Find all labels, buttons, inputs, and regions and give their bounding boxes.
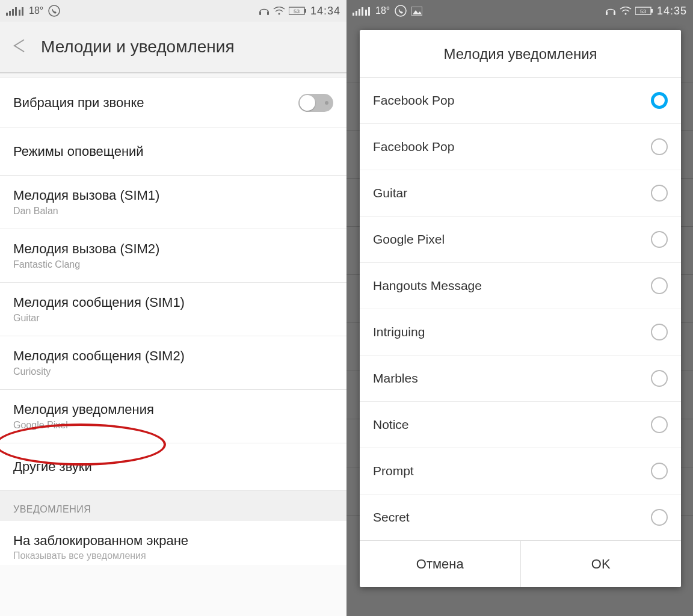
svg-rect-17: [365, 10, 367, 16]
option-notice[interactable]: Notice: [360, 402, 681, 448]
row-label: Другие звуки: [13, 459, 333, 475]
option-label: Hangouts Message: [373, 279, 482, 293]
svg-point-6: [49, 5, 60, 16]
row-sublabel: Google Pixel: [13, 420, 333, 431]
option-hangouts-message[interactable]: Hangouts Message: [360, 263, 681, 309]
temperature: 18°: [375, 5, 390, 16]
radio-icon: [651, 509, 668, 526]
row-label: Режимы оповещений: [13, 144, 333, 159]
battery-icon: 53: [635, 7, 653, 15]
cancel-button[interactable]: Отмена: [360, 541, 521, 587]
option-facebook-pop[interactable]: Facebook Pop: [360, 78, 681, 124]
svg-rect-5: [22, 7, 23, 16]
signal-icon: [353, 6, 371, 16]
row-alert-modes[interactable]: Режимы оповещений: [0, 128, 346, 176]
option-marbles[interactable]: Marbles: [360, 356, 681, 402]
option-google-pixel[interactable]: Google Pixel: [360, 217, 681, 263]
svg-rect-8: [267, 11, 269, 15]
status-bar: 18° 53 14:34: [0, 0, 346, 22]
clock: 14:34: [310, 5, 340, 17]
temperature: 18°: [29, 5, 43, 16]
option-label: Prompt: [373, 464, 414, 478]
clock: 14:35: [657, 5, 687, 17]
row-vibrate-on-call[interactable]: Вибрация при звонке: [0, 78, 346, 128]
option-label: Facebook Pop: [373, 140, 454, 154]
radio-icon: [651, 277, 668, 294]
row-message-sound-sim2[interactable]: Мелодия сообщения (SIM2) Curiosity: [0, 336, 346, 390]
svg-rect-0: [6, 13, 8, 16]
option-label: Notice: [373, 417, 409, 432]
row-sublabel: Guitar: [13, 313, 333, 324]
row-sublabel: Показывать все уведомления: [13, 550, 333, 561]
radio-icon: [651, 370, 668, 387]
viber-icon: [48, 5, 60, 17]
row-label: Мелодия сообщения (SIM1): [13, 295, 333, 310]
status-bar: 18° 53 14:35: [346, 0, 693, 22]
row-message-sound-sim1[interactable]: Мелодия сообщения (SIM1) Guitar: [0, 283, 346, 336]
option-prompt[interactable]: Prompt: [360, 448, 681, 494]
header: Мелодии и уведомления: [0, 22, 346, 73]
battery-icon: 53: [289, 7, 307, 15]
headphones-icon: [605, 6, 616, 16]
picture-icon: [411, 7, 422, 16]
option-secret[interactable]: Secret: [360, 494, 681, 540]
radio-icon: [651, 92, 668, 109]
signal-icon: [6, 6, 24, 16]
dialog-title: Мелодия уведомления: [360, 30, 681, 78]
row-lock-screen[interactable]: На заблокированном экране Показывать все…: [0, 521, 346, 565]
row-ringtone-sim2[interactable]: Мелодия вызова (SIM2) Fantastic Clang: [0, 229, 346, 283]
row-label: Мелодия вызова (SIM2): [13, 241, 333, 257]
radio-icon: [651, 185, 668, 202]
row-label: Мелодия вызова (SIM1): [13, 188, 333, 203]
svg-rect-22: [614, 11, 615, 15]
dialog-option-list[interactable]: Facebook Pop Facebook Pop Guitar Google …: [360, 78, 681, 540]
row-other-sounds[interactable]: Другие звуки: [0, 443, 346, 491]
toggle-switch[interactable]: [298, 94, 333, 112]
svg-text:53: 53: [294, 8, 300, 14]
option-label: Guitar: [373, 186, 407, 200]
svg-rect-21: [606, 11, 608, 15]
option-intriguing[interactable]: Intriguing: [360, 309, 681, 356]
row-label: Вибрация при звонке: [13, 95, 144, 111]
radio-icon: [651, 231, 668, 248]
option-label: Facebook Pop: [373, 93, 454, 108]
svg-text:53: 53: [640, 8, 646, 14]
option-guitar[interactable]: Guitar: [360, 170, 681, 217]
svg-rect-16: [362, 7, 363, 16]
option-label: Secret: [373, 510, 410, 525]
row-sublabel: Fantastic Clang: [13, 259, 333, 270]
option-facebook-pop-2[interactable]: Facebook Pop: [360, 124, 681, 170]
svg-rect-1: [9, 11, 11, 16]
ringtone-picker-dialog: Мелодия уведомления Facebook Pop Faceboo…: [360, 30, 681, 587]
ok-button[interactable]: OK: [521, 541, 682, 587]
row-ringtone-sim1[interactable]: Мелодия вызова (SIM1) Dan Balan: [0, 176, 346, 229]
svg-point-9: [278, 13, 280, 15]
back-arrow-icon[interactable]: [11, 37, 34, 57]
section-notifications: УВЕДОМЛЕНИЯ: [0, 491, 346, 521]
svg-rect-14: [356, 11, 357, 16]
row-notification-sound[interactable]: Мелодия уведомления Google Pixel: [0, 390, 346, 443]
row-label: Мелодия уведомления: [13, 402, 333, 417]
wifi-icon: [620, 7, 632, 15]
row-label: Мелодия сообщения (SIM2): [13, 348, 333, 364]
page-title: Мелодии и уведомления: [41, 37, 235, 57]
svg-rect-11: [304, 9, 306, 13]
radio-icon: [651, 324, 668, 340]
screen-settings: 18° 53 14:34 Мелодии и уведомления Вибра…: [0, 0, 346, 616]
svg-rect-4: [19, 10, 20, 16]
svg-rect-13: [353, 13, 354, 16]
svg-rect-25: [651, 9, 653, 13]
radio-icon: [651, 138, 668, 155]
row-sublabel: Curiosity: [13, 366, 333, 377]
row-label: На заблокированном экране: [13, 533, 333, 549]
svg-point-23: [624, 13, 626, 15]
svg-rect-15: [359, 9, 360, 16]
radio-icon: [651, 416, 668, 433]
viber-icon: [395, 5, 407, 17]
screen-dialog: 18° 53 14:35 Мелодия уведомления Faceboo…: [346, 0, 693, 616]
option-label: Marbles: [373, 371, 418, 386]
svg-rect-7: [259, 11, 261, 15]
option-label: Google Pixel: [373, 232, 445, 247]
option-label: Intriguing: [373, 325, 425, 339]
svg-rect-3: [15, 7, 17, 16]
